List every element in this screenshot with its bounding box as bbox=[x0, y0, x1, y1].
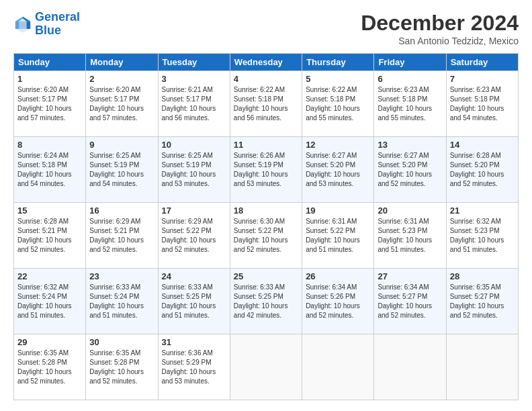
day-number: 1 bbox=[17, 74, 82, 84]
calendar-table: Sunday Monday Tuesday Wednesday Thursday… bbox=[13, 53, 519, 400]
table-row: 13Sunrise: 6:27 AM Sunset: 5:20 PM Dayli… bbox=[374, 137, 446, 203]
svg-marker-4 bbox=[27, 21, 31, 29]
table-row: 28Sunrise: 6:35 AM Sunset: 5:27 PM Dayli… bbox=[446, 269, 518, 334]
col-sunday: Sunday bbox=[14, 54, 86, 71]
day-number: 18 bbox=[234, 205, 298, 216]
day-number: 14 bbox=[450, 140, 515, 150]
day-info: Sunrise: 6:33 AM Sunset: 5:24 PM Dayligh… bbox=[89, 283, 154, 320]
day-number: 21 bbox=[450, 205, 515, 216]
col-friday: Friday bbox=[374, 54, 446, 71]
day-number: 27 bbox=[378, 271, 442, 281]
table-row: 12Sunrise: 6:27 AM Sunset: 5:20 PM Dayli… bbox=[302, 137, 374, 203]
day-info: Sunrise: 6:34 AM Sunset: 5:26 PM Dayligh… bbox=[306, 283, 370, 320]
calendar-week-row: 22Sunrise: 6:32 AM Sunset: 5:24 PM Dayli… bbox=[14, 269, 519, 334]
table-row bbox=[374, 334, 446, 400]
table-row: 24Sunrise: 6:33 AM Sunset: 5:25 PM Dayli… bbox=[158, 269, 230, 334]
calendar-week-row: 1Sunrise: 6:20 AM Sunset: 5:17 PM Daylig… bbox=[14, 71, 519, 137]
day-info: Sunrise: 6:20 AM Sunset: 5:17 PM Dayligh… bbox=[89, 85, 154, 123]
day-number: 30 bbox=[89, 337, 154, 347]
day-info: Sunrise: 6:36 AM Sunset: 5:29 PM Dayligh… bbox=[162, 349, 226, 386]
table-row: 30Sunrise: 6:35 AM Sunset: 5:28 PM Dayli… bbox=[86, 334, 158, 400]
calendar-header-row: Sunday Monday Tuesday Wednesday Thursday… bbox=[14, 54, 519, 71]
day-info: Sunrise: 6:25 AM Sunset: 5:19 PM Dayligh… bbox=[162, 151, 226, 189]
table-row: 21Sunrise: 6:32 AM Sunset: 5:23 PM Dayli… bbox=[446, 203, 518, 269]
table-row bbox=[230, 334, 302, 400]
day-info: Sunrise: 6:31 AM Sunset: 5:22 PM Dayligh… bbox=[306, 217, 370, 255]
table-row: 5Sunrise: 6:22 AM Sunset: 5:18 PM Daylig… bbox=[302, 71, 374, 137]
table-row: 15Sunrise: 6:28 AM Sunset: 5:21 PM Dayli… bbox=[14, 203, 86, 269]
table-row bbox=[446, 334, 518, 400]
table-row: 18Sunrise: 6:30 AM Sunset: 5:22 PM Dayli… bbox=[230, 203, 302, 269]
table-row: 27Sunrise: 6:34 AM Sunset: 5:27 PM Dayli… bbox=[374, 269, 446, 334]
day-info: Sunrise: 6:35 AM Sunset: 5:28 PM Dayligh… bbox=[89, 349, 154, 386]
day-info: Sunrise: 6:27 AM Sunset: 5:20 PM Dayligh… bbox=[378, 151, 442, 189]
header: General Blue December 2024 San Antonio T… bbox=[13, 11, 519, 46]
day-info: Sunrise: 6:29 AM Sunset: 5:21 PM Dayligh… bbox=[89, 217, 154, 255]
day-number: 24 bbox=[162, 271, 226, 281]
day-number: 23 bbox=[89, 271, 154, 281]
day-info: Sunrise: 6:22 AM Sunset: 5:18 PM Dayligh… bbox=[234, 85, 298, 123]
day-info: Sunrise: 6:33 AM Sunset: 5:25 PM Dayligh… bbox=[162, 283, 226, 320]
day-info: Sunrise: 6:25 AM Sunset: 5:19 PM Dayligh… bbox=[89, 151, 154, 189]
col-monday: Monday bbox=[86, 54, 158, 71]
day-number: 26 bbox=[306, 271, 370, 281]
day-number: 2 bbox=[89, 74, 154, 84]
day-info: Sunrise: 6:32 AM Sunset: 5:23 PM Dayligh… bbox=[450, 217, 515, 255]
table-row: 1Sunrise: 6:20 AM Sunset: 5:17 PM Daylig… bbox=[14, 71, 86, 137]
table-row: 20Sunrise: 6:31 AM Sunset: 5:23 PM Dayli… bbox=[374, 203, 446, 269]
table-row: 4Sunrise: 6:22 AM Sunset: 5:18 PM Daylig… bbox=[230, 71, 302, 137]
table-row: 23Sunrise: 6:33 AM Sunset: 5:24 PM Dayli… bbox=[86, 269, 158, 334]
logo-icon bbox=[13, 15, 32, 34]
day-number: 17 bbox=[162, 205, 226, 216]
day-number: 5 bbox=[306, 74, 370, 84]
table-row: 25Sunrise: 6:33 AM Sunset: 5:25 PM Dayli… bbox=[230, 269, 302, 334]
day-number: 11 bbox=[234, 140, 298, 150]
day-info: Sunrise: 6:32 AM Sunset: 5:24 PM Dayligh… bbox=[17, 283, 82, 320]
day-number: 7 bbox=[450, 74, 515, 84]
day-number: 6 bbox=[378, 74, 442, 84]
title-block: December 2024 San Antonio Tedzidz, Mexic… bbox=[361, 11, 519, 46]
day-info: Sunrise: 6:33 AM Sunset: 5:25 PM Dayligh… bbox=[234, 283, 298, 320]
table-row: 29Sunrise: 6:35 AM Sunset: 5:28 PM Dayli… bbox=[14, 334, 86, 400]
table-row: 14Sunrise: 6:28 AM Sunset: 5:20 PM Dayli… bbox=[446, 137, 518, 203]
day-info: Sunrise: 6:23 AM Sunset: 5:18 PM Dayligh… bbox=[450, 85, 515, 123]
location: San Antonio Tedzidz, Mexico bbox=[361, 36, 519, 46]
day-info: Sunrise: 6:35 AM Sunset: 5:27 PM Dayligh… bbox=[450, 283, 515, 320]
svg-marker-5 bbox=[19, 21, 26, 29]
day-number: 12 bbox=[306, 140, 370, 150]
table-row: 11Sunrise: 6:26 AM Sunset: 5:19 PM Dayli… bbox=[230, 137, 302, 203]
calendar-week-row: 15Sunrise: 6:28 AM Sunset: 5:21 PM Dayli… bbox=[14, 203, 519, 269]
day-number: 15 bbox=[17, 205, 82, 216]
day-info: Sunrise: 6:20 AM Sunset: 5:17 PM Dayligh… bbox=[17, 85, 82, 123]
day-number: 22 bbox=[17, 271, 82, 281]
table-row: 31Sunrise: 6:36 AM Sunset: 5:29 PM Dayli… bbox=[158, 334, 230, 400]
day-number: 3 bbox=[162, 74, 226, 84]
col-thursday: Thursday bbox=[302, 54, 374, 71]
month-title: December 2024 bbox=[361, 11, 519, 36]
day-info: Sunrise: 6:21 AM Sunset: 5:17 PM Dayligh… bbox=[162, 85, 226, 123]
day-info: Sunrise: 6:28 AM Sunset: 5:21 PM Dayligh… bbox=[17, 217, 82, 255]
day-info: Sunrise: 6:28 AM Sunset: 5:20 PM Dayligh… bbox=[450, 151, 515, 189]
table-row: 22Sunrise: 6:32 AM Sunset: 5:24 PM Dayli… bbox=[14, 269, 86, 334]
table-row: 6Sunrise: 6:23 AM Sunset: 5:18 PM Daylig… bbox=[374, 71, 446, 137]
day-number: 29 bbox=[17, 337, 82, 347]
day-info: Sunrise: 6:23 AM Sunset: 5:18 PM Dayligh… bbox=[378, 85, 442, 123]
day-info: Sunrise: 6:31 AM Sunset: 5:23 PM Dayligh… bbox=[378, 217, 442, 255]
svg-marker-3 bbox=[15, 21, 19, 29]
day-number: 13 bbox=[378, 140, 442, 150]
day-info: Sunrise: 6:35 AM Sunset: 5:28 PM Dayligh… bbox=[17, 349, 82, 386]
day-number: 9 bbox=[89, 140, 154, 150]
table-row: 26Sunrise: 6:34 AM Sunset: 5:26 PM Dayli… bbox=[302, 269, 374, 334]
table-row: 9Sunrise: 6:25 AM Sunset: 5:19 PM Daylig… bbox=[86, 137, 158, 203]
table-row: 16Sunrise: 6:29 AM Sunset: 5:21 PM Dayli… bbox=[86, 203, 158, 269]
day-info: Sunrise: 6:24 AM Sunset: 5:18 PM Dayligh… bbox=[17, 151, 82, 189]
page: General Blue December 2024 San Antonio T… bbox=[0, 0, 532, 411]
col-tuesday: Tuesday bbox=[158, 54, 230, 71]
calendar-week-row: 8Sunrise: 6:24 AM Sunset: 5:18 PM Daylig… bbox=[14, 137, 519, 203]
day-info: Sunrise: 6:22 AM Sunset: 5:18 PM Dayligh… bbox=[306, 85, 370, 123]
day-number: 10 bbox=[162, 140, 226, 150]
day-info: Sunrise: 6:27 AM Sunset: 5:20 PM Dayligh… bbox=[306, 151, 370, 189]
day-number: 31 bbox=[162, 337, 226, 347]
day-info: Sunrise: 6:26 AM Sunset: 5:19 PM Dayligh… bbox=[234, 151, 298, 189]
table-row: 7Sunrise: 6:23 AM Sunset: 5:18 PM Daylig… bbox=[446, 71, 518, 137]
